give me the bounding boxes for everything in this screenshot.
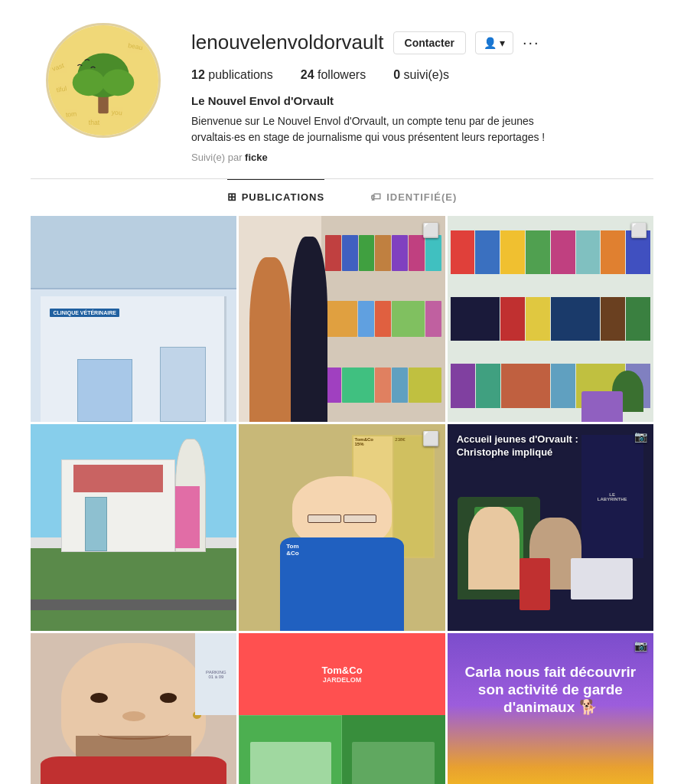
publications-tab-icon: ⊞ [227, 191, 237, 203]
post-item[interactable]: LELABYRINTHE Accueil jeunes d'Orvault : … [448, 424, 653, 630]
tabs-container: ⊞ PUBLICATIONS 🏷 IDENTIFIÉ(E) [0, 179, 684, 214]
following-stat: 0 suivi(e)s [393, 68, 449, 82]
profile-bio: Bienvenue sur Le Nouvel Envol d'Orvault,… [191, 113, 559, 145]
publications-label: publications [208, 68, 273, 81]
following-label: suivi(e)s [404, 68, 450, 81]
post-item[interactable]: Carla nous fait découvrir son activité d… [448, 633, 653, 784]
more-options-button[interactable]: ··· [523, 34, 540, 51]
post-badge: ⬜ [422, 222, 439, 239]
tagged-tab-icon: 🏷 [370, 191, 382, 203]
tagged-tab-label: IDENTIFIÉ(E) [386, 191, 457, 203]
publications-tab-label: PUBLICATIONS [242, 191, 325, 203]
post-item[interactable]: PARKING01 à 09 [31, 633, 236, 784]
tab-publications[interactable]: ⊞ PUBLICATIONS [227, 179, 325, 214]
publications-count: 12 [191, 68, 205, 81]
post-item[interactable]: Tom&Co15% 238€ Tom&Co [239, 424, 445, 630]
tab-tagged[interactable]: 🏷 IDENTIFIÉ(E) [370, 179, 457, 214]
contact-button[interactable]: Contacter [393, 31, 466, 54]
publications-stat: 12 publications [191, 68, 273, 82]
post-item[interactable]: ⬜ [448, 216, 653, 422]
profile-info: lenouvelenvoldorvault Contacter 👤 ▾ ··· … [191, 23, 653, 163]
posts-grid: CLINIQUE VÉTÉRINAIRE [31, 214, 653, 784]
followers-count: 24 [301, 68, 314, 81]
post-item[interactable] [31, 424, 236, 630]
dropdown-icon: ▾ [500, 37, 505, 49]
svg-text:you: you [111, 108, 122, 116]
svg-point-9 [73, 70, 105, 96]
followed-by: Suivi(e) par ficke [191, 152, 653, 163]
profile-full-name: Le Nouvel Envol d'Orvault [191, 94, 653, 107]
post-item[interactable]: ⬜ [239, 216, 445, 422]
post-item[interactable]: CLINIQUE VÉTÉRINAIRE [31, 216, 236, 422]
svg-point-10 [102, 70, 134, 96]
avatar: vast beau tiful you tom that [46, 23, 161, 138]
username: lenouvelenvoldorvault [191, 31, 384, 54]
following-count: 0 [393, 68, 400, 81]
post-badge: 📷 [634, 639, 647, 652]
post-badge: ⬜ [422, 430, 439, 447]
profile-header: vast beau tiful you tom that lenouvelenv… [0, 0, 684, 178]
follow-button[interactable]: 👤 ▾ [475, 31, 513, 54]
post-item[interactable]: Tom&Co JARDELOM JARDILAND TRUFFAUT [239, 633, 445, 784]
post-badge: 📷 [634, 430, 647, 443]
follow-icon: 👤 [484, 37, 497, 49]
followers-label: followers [318, 68, 366, 81]
followed-by-user-link[interactable]: ficke [245, 152, 268, 163]
profile-top-row: lenouvelenvoldorvault Contacter 👤 ▾ ··· [191, 31, 653, 54]
followers-stat: 24 followers [301, 68, 366, 82]
svg-text:tom: tom [65, 109, 77, 118]
post-overlay-text: Accueil jeunes d'Orvault : Christophe im… [457, 433, 630, 459]
svg-text:that: that [89, 119, 100, 126]
stats-row: 12 publications 24 followers 0 suivi(e)s [191, 68, 653, 82]
post-badge: ⬜ [630, 222, 647, 239]
